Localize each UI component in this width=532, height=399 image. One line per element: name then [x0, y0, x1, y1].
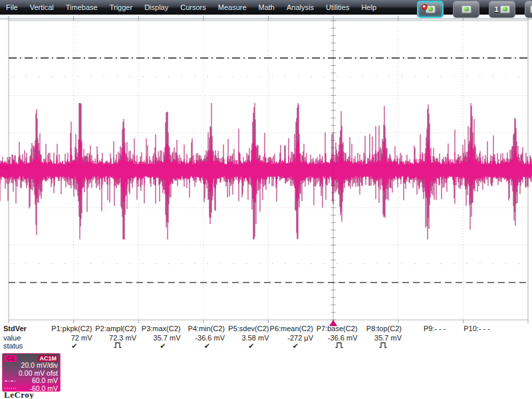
menu-math[interactable]: Math: [253, 0, 281, 15]
param-label-p5[interactable]: P5:sdev(C2): [225, 325, 269, 332]
measurement-row-value: value72 mV72.3 mV35.7 mV-36.6 mV3.58 mV-…: [0, 334, 532, 342]
param-status-p1: ✔: [48, 342, 92, 350]
param-label-p7[interactable]: P7:base(C2): [313, 325, 358, 332]
menu-display[interactable]: Display: [138, 0, 174, 15]
param-status-p5: ✔: [225, 342, 269, 350]
status-check-icon: ✔: [204, 342, 210, 350]
menu-trigger[interactable]: Trigger: [104, 0, 138, 15]
measurement-panel: StdVerP1:pkpk(C2)P2:ampl(C2)P3:max(C2)P4…: [0, 325, 532, 352]
param-label-p4[interactable]: P4:min(C2): [181, 325, 225, 332]
coupling-badge: AC1M: [38, 355, 58, 362]
display-icon: [462, 5, 471, 13]
row-header: status: [3, 342, 23, 350]
display-icon: [530, 5, 532, 13]
menu-cursors[interactable]: Cursors: [174, 0, 212, 15]
param-value-p8: 35.7 mV: [358, 334, 402, 342]
display-icon: [500, 5, 510, 13]
status-check-icon: ✔: [248, 342, 254, 350]
param-label-p6[interactable]: P6:mean(C2): [269, 325, 314, 332]
param-status-p8: [358, 342, 402, 350]
toolbar-button-display[interactable]: [453, 1, 479, 18]
param-status-p4: ✔: [181, 342, 225, 350]
param-status-p3: ✔: [136, 342, 181, 350]
row-header: value: [3, 334, 21, 342]
status-pulse-icon: [114, 342, 122, 348]
menu-file[interactable]: File: [0, 0, 24, 15]
param-value-p4: -36.6 mV: [181, 334, 225, 342]
menu: FileVerticalTimebaseTriggerDisplayCursor…: [0, 0, 382, 15]
param-label-p1[interactable]: P1:pkpk(C2): [48, 325, 92, 332]
lecroy-logo: LeCroy: [4, 390, 34, 399]
menu-analysis[interactable]: Analysis: [281, 0, 320, 15]
dash-dot-legend-icon: [5, 380, 16, 382]
status-pulse-icon: [379, 342, 387, 348]
channel-zero-marker[interactable]: C2: [1, 164, 9, 171]
param-value-p2: 72.3 mV: [92, 334, 137, 342]
row-header: StdVer: [3, 325, 27, 332]
channel-badge: C2: [5, 355, 17, 362]
param-label-p9[interactable]: P9:- - -: [402, 325, 446, 332]
menu-measure[interactable]: Measure: [212, 0, 253, 15]
param-value-p7: -36.6 mV: [313, 334, 358, 342]
button-badge: 1: [494, 5, 498, 13]
menu-timebase[interactable]: Timebase: [60, 0, 104, 15]
menu-bar: FileVerticalTimebaseTriggerDisplayCursor…: [0, 0, 532, 15]
scope-window: FileVerticalTimebaseTriggerDisplayCursor…: [0, 0, 532, 399]
param-status-p2: [92, 342, 137, 350]
param-value-p3: 35.7 mV: [136, 334, 181, 342]
param-label-p8[interactable]: P8:top(C2): [358, 325, 402, 332]
status-pulse-icon: [335, 342, 343, 348]
upper-level-label: 60.0 mV: [32, 377, 58, 385]
toolbar-button-display-1[interactable]: 1: [489, 1, 515, 18]
param-value-p1: 72 mV: [48, 334, 92, 342]
param-value-p6: -272 µV: [269, 334, 314, 342]
toolbar: 1: [417, 1, 532, 18]
toolbar-button-partial[interactable]: [525, 1, 532, 18]
menu-vertical[interactable]: Vertical: [24, 0, 60, 15]
status-check-icon: ✔: [71, 342, 77, 350]
alarm-clock-icon: [422, 4, 428, 10]
param-label-p10[interactable]: P10:- - -: [446, 325, 491, 332]
measurement-row-stdver: StdVerP1:pkpk(C2)P2:ampl(C2)P3:max(C2)P4…: [0, 325, 532, 333]
volts-per-div: 20.0 mV/div: [5, 362, 58, 370]
param-label-p2[interactable]: P2:ampl(C2): [92, 325, 137, 332]
param-label-p3[interactable]: P3:max(C2): [136, 325, 181, 332]
status-check-icon: ✔: [293, 342, 299, 350]
param-status-p7: [313, 342, 358, 350]
menu-utilities[interactable]: Utilities: [320, 0, 355, 15]
toolbar-button-timer[interactable]: [417, 1, 444, 18]
param-status-p6: ✔: [269, 342, 314, 350]
status-check-icon: ✔: [160, 342, 166, 350]
param-value-p5: 3.58 mV: [225, 334, 269, 342]
menu-help[interactable]: Help: [355, 0, 382, 15]
measurement-row-status: status✔✔✔✔✔: [0, 342, 532, 350]
channel-descriptor-c2[interactable]: C2 AC1M 20.0 mV/div 0.00 mV ofst 60.0 mV…: [2, 353, 61, 392]
